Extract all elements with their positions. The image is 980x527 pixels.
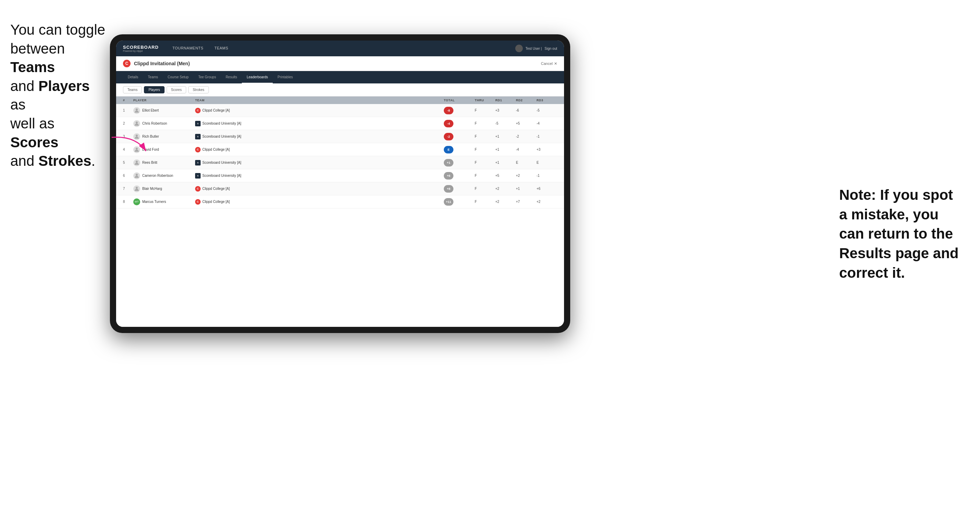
rd2-8: +7 [516, 200, 536, 203]
team-cell-3: S Scoreboard University [A] [195, 134, 444, 140]
team-icon-s-5: S [195, 160, 200, 165]
cancel-button[interactable]: Cancel ✕ [541, 62, 557, 66]
team-name-7: Clippd College [A] [202, 187, 230, 190]
player-name-7: Blair McHarg [142, 187, 162, 190]
player-avatar-1 [133, 107, 140, 114]
sub-tab-teams[interactable]: Teams [143, 71, 163, 83]
team-name-1: Clippd College [A] [202, 108, 230, 112]
sub-tab-tee-groups[interactable]: Tee Groups [193, 71, 221, 83]
right-annotation: Note: If you spot a mistake, you can ret… [839, 186, 970, 283]
player-name-2: Chris Robertson [142, 122, 167, 125]
team-cell-2: S Scoreboard University [A] [195, 121, 444, 126]
player-cell-8: MT Marcus Turners [133, 198, 195, 205]
nav-bar: SCOREBOARD Powered by clippd TOURNAMENTS… [116, 41, 564, 56]
team-icon-s-2: S [195, 121, 200, 126]
player-avatar-7 [133, 186, 140, 192]
sign-out-link[interactable]: Sign out [544, 47, 557, 51]
rank-8: 8 [123, 200, 133, 203]
col-player: PLAYER [133, 98, 195, 102]
player-avatar-6 [133, 172, 140, 179]
total-badge-7: +8 [444, 185, 453, 193]
svg-point-4 [136, 161, 138, 163]
team-name-3: Scoreboard University [A] [202, 135, 241, 138]
rd1-4: +1 [495, 148, 516, 151]
player-avatar-8: MT [133, 198, 140, 205]
table-row: 5 Rees Britt S Scoreboard University [A]… [116, 156, 564, 169]
tournament-header: C Clippd Invitational (Men) Cancel ✕ [116, 56, 564, 71]
toggle-players-button[interactable]: Players [144, 86, 164, 94]
player-avatar-2 [133, 120, 140, 127]
svg-point-3 [136, 148, 138, 150]
sub-tab-details[interactable]: Details [123, 71, 143, 83]
total-badge-8: +11 [444, 198, 453, 206]
leaderboard-table: # PLAYER TEAM TOTAL THRU RD1 RD2 RD3 1 [116, 97, 564, 327]
player-cell-5: Rees Britt [133, 159, 195, 166]
rd3-7: +6 [536, 187, 557, 190]
svg-point-2 [136, 135, 138, 137]
player-cell-2: Chris Robertson [133, 120, 195, 127]
sub-nav: Details Teams Course Setup Tee Groups Re… [116, 71, 564, 83]
nav-right: Test User | Sign out [515, 44, 557, 52]
rank-5: 5 [123, 161, 133, 165]
rd2-7: +1 [516, 187, 536, 190]
tablet-screen: SCOREBOARD Powered by clippd TOURNAMENTS… [116, 41, 564, 327]
rd1-2: -5 [495, 122, 516, 125]
team-icon-c-8: C [195, 199, 200, 205]
player-cell-6: Cameron Robertson [133, 172, 195, 179]
tournament-icon: C [123, 60, 130, 67]
team-icon-s-6: S [195, 173, 200, 179]
table-row: 7 Blair McHarg C Clippd College [A] +8 F… [116, 182, 564, 195]
sub-tab-course-setup[interactable]: Course Setup [163, 71, 193, 83]
nav-tab-teams[interactable]: TEAMS [209, 41, 234, 56]
sub-tab-results[interactable]: Results [221, 71, 242, 83]
table-row: 3 Rich Butler S Scoreboard University [A… [116, 130, 564, 143]
team-name-2: Scoreboard University [A] [202, 122, 241, 125]
close-icon: ✕ [554, 62, 557, 66]
team-cell-5: S Scoreboard University [A] [195, 160, 444, 165]
team-icon-s-3: S [195, 134, 200, 140]
thru-4: F [475, 148, 495, 151]
total-badge-1: -8 [444, 107, 453, 114]
rd2-1: -6 [516, 108, 536, 112]
rd2-6: +2 [516, 174, 536, 178]
nav-tab-tournaments[interactable]: TOURNAMENTS [167, 41, 209, 56]
user-label: Test User | [525, 47, 542, 51]
toggle-scores-button[interactable]: Scores [167, 86, 186, 94]
team-name-5: Scoreboard University [A] [202, 161, 241, 165]
main-content: C Clippd Invitational (Men) Cancel ✕ Det… [116, 56, 564, 327]
thru-8: F [475, 200, 495, 203]
col-rank: # [123, 98, 133, 102]
toggle-teams-button[interactable]: Teams [123, 86, 142, 94]
rank-1: 1 [123, 108, 133, 112]
logo-sub-text: Powered by clippd [123, 50, 159, 52]
player-name-1: Elliot Ebert [142, 108, 159, 112]
rd3-8: +2 [536, 200, 557, 203]
rank-2: 2 [123, 122, 133, 125]
toggle-strokes-button[interactable]: Strokes [188, 86, 209, 94]
player-avatar-4 [133, 146, 140, 153]
player-name-5: Rees Britt [142, 161, 158, 165]
team-icon-c-4: C [195, 147, 200, 152]
rank-7: 7 [123, 187, 133, 190]
player-avatar-5 [133, 159, 140, 166]
sub-tab-leaderboards[interactable]: Leaderboards [242, 71, 273, 83]
team-cell-8: C Clippd College [A] [195, 199, 444, 205]
thru-6: F [475, 174, 495, 178]
col-rd1: RD1 [495, 98, 516, 102]
thru-7: F [475, 187, 495, 190]
player-cell-4: David Ford [133, 146, 195, 153]
rank-3: 3 [123, 135, 133, 138]
rd3-6: -1 [536, 174, 557, 178]
rd1-8: +2 [495, 200, 516, 203]
total-badge-2: -4 [444, 120, 453, 127]
nav-logo: SCOREBOARD Powered by clippd [123, 44, 159, 52]
player-avatar-3 [133, 133, 140, 140]
rd1-3: +1 [495, 135, 516, 138]
rd1-5: +1 [495, 161, 516, 165]
rd3-5: E [536, 161, 557, 165]
col-thru: THRU [475, 98, 495, 102]
sub-tab-printables[interactable]: Printables [273, 71, 298, 83]
rd3-2: -4 [536, 122, 557, 125]
col-team: TEAM [195, 98, 444, 102]
rd3-4: +3 [536, 148, 557, 151]
